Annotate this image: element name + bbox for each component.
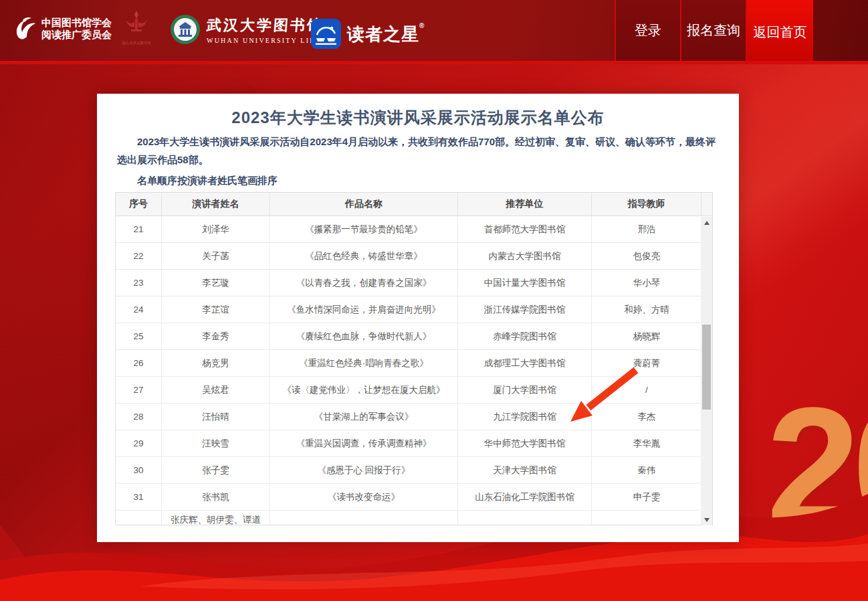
cell-work: 《品红色经典，铸盛世华章》 bbox=[270, 243, 458, 269]
cell-unit: 首都师范大学图书馆 bbox=[458, 216, 592, 242]
nav-item-login[interactable]: 登录 bbox=[615, 0, 680, 61]
cell-name: 张子雯 bbox=[162, 457, 270, 483]
cell-name: 李芷谊 bbox=[162, 296, 270, 323]
sort-note-paragraph: 名单顺序按演讲者姓氏笔画排序 bbox=[117, 171, 720, 189]
cell-unit: 中国计量大学图书馆 bbox=[458, 270, 592, 296]
cell-teacher bbox=[592, 511, 701, 525]
column-header: 序号 bbox=[116, 193, 162, 216]
nav-item-query[interactable]: 报名查询 bbox=[680, 0, 746, 61]
cell-name: 李艺璇 bbox=[162, 270, 270, 296]
cell-teacher: 龚蔚菁 bbox=[592, 350, 701, 376]
cell-seq: 22 bbox=[116, 243, 162, 269]
table-row: 27吴炫君《读〈建党伟业〉，让梦想在厦大启航》厦门大学图书馆/ bbox=[116, 377, 702, 404]
logo-library-society[interactable]: 中国图书馆学会 阅读推广委员会 bbox=[13, 16, 112, 41]
cell-seq: 27 bbox=[116, 377, 162, 403]
table-row: 21刘泽华《攥紧那一节最珍贵的铅笔》首都师范大学图书馆邢浩 bbox=[116, 216, 702, 243]
cell-name: 张书凯 bbox=[162, 484, 270, 510]
logo-library-society-line2: 阅读推广委员会 bbox=[41, 29, 112, 41]
content-panel: 2023年大学生读书演讲风采展示活动展示名单公布 2023年大学生读书演讲风采展… bbox=[97, 94, 739, 542]
cell-unit: 天津大学图书馆 bbox=[458, 457, 592, 483]
cell-work: 《攥紧那一节最珍贵的铅笔》 bbox=[270, 216, 458, 242]
table-row: 25李金秀《赓续红色血脉，争做时代新人》赤峰学院图书馆杨晓辉 bbox=[116, 323, 702, 350]
reader-star-icon bbox=[311, 19, 341, 49]
column-header: 作品名称 bbox=[270, 193, 458, 216]
scrollbar-thumb[interactable] bbox=[702, 325, 711, 410]
cell-seq: 28 bbox=[116, 404, 162, 430]
cell-unit: 山东石油化工学院图书馆 bbox=[458, 484, 592, 510]
cell-teacher: 李杰 bbox=[592, 404, 701, 430]
cell-work: 《赓续红色血脉，争做时代新人》 bbox=[270, 323, 458, 349]
cell-name: 关子菡 bbox=[162, 243, 270, 269]
shaoshan-monument-icon bbox=[124, 11, 148, 39]
cell-work: 《甘棠湖上的军事会议》 bbox=[270, 404, 458, 430]
cell-seq: 31 bbox=[116, 484, 162, 510]
cell-teacher: 杨晓辉 bbox=[592, 323, 701, 349]
cell-name: 吴炫君 bbox=[162, 377, 270, 403]
table-row: 26杨竞男《重温红色经典·唱响青春之歌》成都理工大学图书馆龚蔚菁 bbox=[116, 350, 702, 377]
cell-seq: 30 bbox=[116, 457, 162, 483]
logo-shaoshan-library[interactable]: 韶山毛泽东图书馆 bbox=[120, 11, 152, 46]
cell-work: 《以青春之我，创建青春之国家》 bbox=[270, 270, 458, 296]
cell-teacher: 和婷、方晴 bbox=[592, 296, 701, 323]
cell-teacher: / bbox=[592, 377, 701, 403]
scroll-down-icon bbox=[704, 518, 710, 522]
scroll-up-button[interactable] bbox=[701, 217, 712, 228]
cell-seq: 29 bbox=[116, 430, 162, 456]
cell-name: 张庆辉、胡伊雯、谭道 bbox=[162, 511, 270, 525]
cell-unit: 浙江传媒学院图书馆 bbox=[458, 296, 592, 323]
cell-seq: 24 bbox=[116, 296, 162, 323]
cell-unit bbox=[458, 511, 592, 525]
cell-work: 《鱼水情深同命运，并肩奋进向光明》 bbox=[270, 296, 458, 323]
cell-unit: 华中师范大学图书馆 bbox=[458, 430, 592, 456]
registered-trademark-symbol: ® bbox=[419, 22, 425, 29]
cell-work: 《读书改变命运》 bbox=[270, 484, 458, 510]
wuhan-university-seal-icon bbox=[169, 13, 201, 46]
main-nav: 登录报名查询返回首页 bbox=[615, 0, 813, 64]
column-header: 推荐单位 bbox=[458, 193, 592, 216]
cell-unit: 内蒙古大学图书馆 bbox=[458, 243, 592, 269]
table-row: 29汪映雪《重温兴国调查，传承调查精神》华中师范大学图书馆李华胤 bbox=[116, 430, 702, 457]
cell-teacher: 华小琴 bbox=[592, 270, 701, 296]
winners-table: 序号演讲者姓名作品名称推荐单位指导教师 21刘泽华《攥紧那一节最珍贵的铅笔》首都… bbox=[115, 192, 713, 525]
table-row: 张庆辉、胡伊雯、谭道 bbox=[116, 511, 702, 525]
logo-shaoshan-caption: 韶山毛泽东图书馆 bbox=[122, 40, 150, 46]
cell-name: 李金秀 bbox=[162, 323, 270, 349]
cell-seq: 21 bbox=[116, 216, 162, 242]
page: 20 中国图书馆学会 阅读推广委员会 韶山毛泽东图书馆 bbox=[0, 0, 868, 601]
nav-item-home[interactable]: 返回首页 bbox=[746, 0, 813, 64]
cell-seq: 26 bbox=[116, 350, 162, 376]
library-society-bird-icon bbox=[13, 16, 37, 41]
cell-teacher: 包俊亮 bbox=[592, 243, 701, 269]
page-title: 2023年大学生读书演讲风采展示活动展示名单公布 bbox=[97, 107, 739, 128]
column-header-filler bbox=[701, 193, 712, 216]
cell-teacher: 申子雯 bbox=[592, 484, 701, 510]
cell-unit: 厦门大学图书馆 bbox=[458, 377, 592, 403]
cell-seq: 25 bbox=[116, 323, 162, 349]
scroll-up-icon bbox=[704, 221, 710, 225]
table-row: 31张书凯《读书改变命运》山东石油化工学院图书馆申子雯 bbox=[116, 484, 702, 511]
table-body: 21刘泽华《攥紧那一节最珍贵的铅笔》首都师范大学图书馆邢浩22关子菡《品红色经典… bbox=[116, 216, 702, 525]
cell-name: 杨竞男 bbox=[162, 350, 270, 376]
column-header: 演讲者姓名 bbox=[162, 193, 270, 216]
cell-work: 《感恩于心 回报于行》 bbox=[270, 457, 458, 483]
logo-reader-star[interactable]: 读者之星® bbox=[311, 19, 425, 49]
cell-unit: 成都理工大学图书馆 bbox=[458, 350, 592, 376]
scroll-down-button[interactable] bbox=[701, 514, 712, 525]
cell-teacher: 邢浩 bbox=[592, 216, 701, 242]
cell-seq bbox=[116, 511, 162, 525]
header-accent-strip bbox=[0, 61, 868, 64]
table-scrollbar[interactable] bbox=[701, 217, 712, 525]
cell-seq: 23 bbox=[116, 270, 162, 296]
top-header-bar: 中国图书馆学会 阅读推广委员会 韶山毛泽东图书馆 bbox=[0, 0, 868, 61]
cell-teacher: 李华胤 bbox=[592, 430, 701, 456]
reader-star-label: 读者之星 bbox=[347, 24, 419, 44]
cell-work: 《读〈建党伟业〉，让梦想在厦大启航》 bbox=[270, 377, 458, 403]
table-row: 23李艺璇《以青春之我，创建青春之国家》中国计量大学图书馆华小琴 bbox=[116, 270, 702, 296]
cell-work: 《重温红色经典·唱响青春之歌》 bbox=[270, 350, 458, 376]
cell-unit: 九江学院图书馆 bbox=[458, 404, 592, 430]
cell-work: 《重温兴国调查，传承调查精神》 bbox=[270, 430, 458, 456]
logo-library-society-line1: 中国图书馆学会 bbox=[41, 17, 112, 29]
cell-name: 刘泽华 bbox=[162, 216, 270, 242]
cell-name: 汪映雪 bbox=[162, 430, 270, 456]
column-header: 指导教师 bbox=[592, 193, 701, 216]
